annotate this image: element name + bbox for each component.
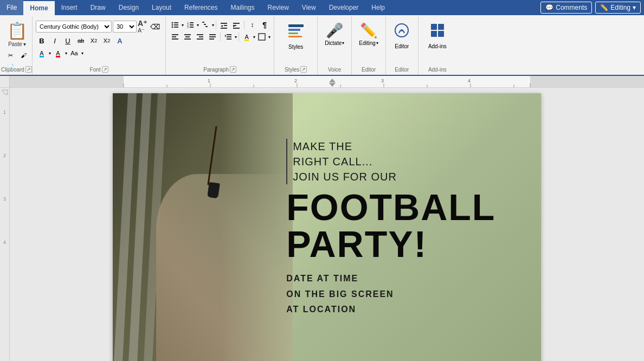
comment-icon: 💬 <box>545 4 553 11</box>
bullets-button[interactable] <box>169 20 181 30</box>
ruler-content[interactable]: 1 2 3 4 <box>10 76 644 87</box>
format-painter-button[interactable]: 🖌 <box>18 50 30 61</box>
svg-rect-50 <box>530 76 644 88</box>
paste-icon: 📋 <box>7 21 27 40</box>
clear-formatting-button[interactable]: ⌫ <box>148 21 162 32</box>
margin-mark-1: 1 <box>3 109 6 115</box>
borders-dropdown[interactable]: ▾ <box>268 35 271 40</box>
font-label-text: Font <box>90 67 101 73</box>
svg-rect-40 <box>288 24 304 27</box>
multilevel-dropdown[interactable]: ▾ <box>212 23 214 28</box>
tab-insert[interactable]: Insert <box>55 0 84 15</box>
tab-developer[interactable]: Developer <box>323 0 365 15</box>
borders-button[interactable] <box>256 31 268 42</box>
svg-rect-36 <box>227 36 231 37</box>
dictate-button[interactable]: 🎤 Dictate ▾ <box>321 20 348 49</box>
underline-button[interactable]: U <box>62 35 74 46</box>
tab-review[interactable]: Review <box>261 0 295 15</box>
line-spacing-dropdown[interactable]: ▾ <box>235 35 237 40</box>
tab-help[interactable]: Help <box>365 0 391 15</box>
clipboard-group: 📋 Paste ▾ ✂ 🖌 📄 <box>1 16 33 75</box>
italic-button[interactable]: I <box>49 35 61 46</box>
editor-button[interactable]: Editor <box>390 20 414 52</box>
increase-indent-button[interactable] <box>230 20 242 30</box>
sort-button[interactable]: ↕ <box>246 20 258 30</box>
document-page: MAKE THE RIGHT CALL... JOIN US FOR OUR F… <box>113 93 541 361</box>
styles-button[interactable]: Styles <box>280 20 312 53</box>
clipboard-dialog-launcher[interactable]: ↗ <box>25 66 32 73</box>
dictate-label: Dictate <box>325 40 342 46</box>
svg-text:3.: 3. <box>187 25 189 29</box>
tab-draw[interactable]: Draw <box>84 0 112 15</box>
align-left-button[interactable] <box>169 31 181 42</box>
font-color-button[interactable]: A <box>52 48 64 59</box>
text-effects-button[interactable]: A <box>114 35 126 46</box>
decrease-indent-button[interactable] <box>218 20 230 30</box>
styles-dialog-launcher[interactable]: ↗ <box>300 66 307 73</box>
align-right-button[interactable] <box>194 31 206 42</box>
editor-footer-text: Editor <box>395 67 409 73</box>
align-center-button[interactable] <box>182 31 194 42</box>
justify-button[interactable] <box>207 31 218 42</box>
grow-font-button[interactable]: A⁺ <box>138 20 147 27</box>
chevron-down-icon-highlight[interactable]: ▾ <box>49 51 51 56</box>
svg-rect-11 <box>190 27 194 28</box>
svg-rect-9 <box>190 24 194 25</box>
bullets-dropdown[interactable]: ▾ <box>182 23 184 28</box>
cut-button[interactable]: ✂ <box>5 50 17 61</box>
text-highlight-button[interactable]: A <box>36 48 48 59</box>
font-size-select[interactable]: 30 <box>113 21 137 33</box>
svg-rect-27 <box>185 36 190 37</box>
paragraph-label: Paragraph ↗ <box>166 66 274 73</box>
tab-references[interactable]: References <box>178 0 224 15</box>
document-content[interactable]: MAKE THE RIGHT CALL... JOIN US FOR OUR F… <box>10 88 644 361</box>
editing-group-button[interactable]: ✏️ Editing ▾ <box>355 20 382 49</box>
svg-rect-24 <box>172 36 176 37</box>
tab-file[interactable]: File <box>0 0 23 15</box>
strikethrough-button[interactable]: ab <box>75 35 87 46</box>
change-case-button[interactable]: Aa <box>68 48 80 59</box>
editing-group-dropdown-arrow[interactable]: ▾ <box>376 41 378 46</box>
font-size-arrows: A⁺ A⁻ <box>138 20 147 34</box>
shrink-font-button[interactable]: A⁻ <box>138 28 147 34</box>
numbering-dropdown[interactable]: ▾ <box>197 23 199 28</box>
editing-button[interactable]: ✏️ Editing ▾ <box>595 2 641 14</box>
tab-home[interactable]: Home <box>23 0 54 15</box>
svg-rect-25 <box>172 38 178 40</box>
margin-mark-2: 2 <box>3 153 6 158</box>
tab-mailings[interactable]: Mailings <box>224 0 261 15</box>
addins-button[interactable]: Add-ins <box>424 20 450 52</box>
clipboard-label-text: Clipboard <box>1 67 24 73</box>
tab-design[interactable]: Design <box>112 0 145 15</box>
svg-rect-43 <box>288 36 302 37</box>
font-name-select[interactable]: Century Gothic (Body) <box>36 21 112 33</box>
svg-rect-28 <box>184 38 191 40</box>
paragraph-group: ▾ 1.2.3. ▾ ▾ ↕ ¶ <box>166 16 274 75</box>
line-spacing-button[interactable] <box>222 31 234 42</box>
comments-button[interactable]: 💬 Comments <box>540 2 592 14</box>
editor-icon <box>394 22 410 42</box>
svg-marker-16 <box>221 25 223 27</box>
paragraph-dialog-launcher[interactable]: ↗ <box>230 66 236 73</box>
numbering-button[interactable]: 1.2.3. <box>184 20 196 30</box>
shading-button[interactable]: A <box>241 31 253 42</box>
bold-button[interactable]: B <box>36 35 48 46</box>
superscript-button[interactable]: X2 <box>101 35 113 46</box>
font-dialog-launcher[interactable]: ↗ <box>102 66 108 73</box>
editing-label: Editing <box>610 4 630 11</box>
subscript-button[interactable]: X2 <box>88 35 100 46</box>
svg-rect-49 <box>10 76 124 88</box>
tab-view[interactable]: View <box>295 0 323 15</box>
tab-layout[interactable]: Layout <box>145 0 178 15</box>
shading-dropdown[interactable]: ▾ <box>253 35 255 40</box>
svg-rect-46 <box>438 24 444 30</box>
svg-rect-26 <box>184 34 191 35</box>
chevron-down-icon-case[interactable]: ▾ <box>81 51 83 56</box>
dictate-dropdown-arrow[interactable]: ▾ <box>342 41 344 46</box>
paste-dropdown-arrow[interactable]: ▾ <box>23 41 26 47</box>
paste-button[interactable]: 📋 Paste ▾ <box>4 20 30 49</box>
svg-rect-12 <box>202 22 204 23</box>
chevron-down-icon-fontcolor[interactable]: ▾ <box>65 51 67 56</box>
show-marks-button[interactable]: ¶ <box>259 20 271 30</box>
multilevel-button[interactable] <box>199 20 211 30</box>
